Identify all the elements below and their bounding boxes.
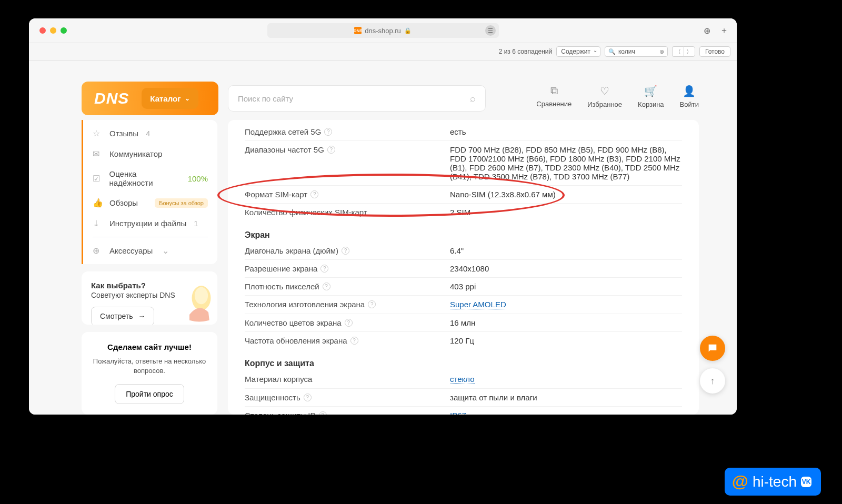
- close-icon[interactable]: [39, 27, 46, 34]
- help-icon[interactable]: ?: [345, 319, 353, 327]
- cart-link[interactable]: 🛒Корзина: [638, 85, 664, 108]
- spec-row: Формат SIM-карт?Nano-SIM (12.3x8.8x0.67 …: [245, 185, 682, 203]
- help-icon[interactable]: ?: [350, 337, 358, 345]
- download-icon: ⤓: [93, 218, 102, 228]
- spec-value: 2 SIM: [450, 208, 682, 217]
- favorites-link[interactable]: ♡Избранное: [587, 85, 622, 108]
- svg-point-1: [195, 287, 208, 304]
- survey-card: Сделаем сайт лучше! Пожалуйста, ответьте…: [82, 332, 217, 415]
- spec-row: Плотность пикселей?403 ppi: [245, 277, 682, 295]
- chat-icon: ✉: [93, 149, 102, 159]
- spec-value: 6.4": [450, 246, 682, 255]
- promo-card: Как выбрать? Советуют эксперты DNS Смотр…: [82, 271, 217, 325]
- address-domain: dns-shop.ru: [365, 27, 401, 35]
- compare-link[interactable]: ⧉Сравнение: [536, 85, 572, 108]
- compare-label: Сравнение: [536, 100, 572, 108]
- find-count: 2 из 6 совпадений: [499, 48, 553, 55]
- search-icon[interactable]: ⌕: [470, 93, 476, 104]
- find-prev-button[interactable]: 〈: [672, 46, 684, 57]
- chevron-down-icon: ⌄: [185, 95, 190, 102]
- survey-button[interactable]: Пройти опрос: [115, 384, 184, 404]
- minimize-icon[interactable]: [50, 27, 56, 34]
- sidebar-item-label: Отзывы: [109, 129, 138, 138]
- spec-row: Материал корпусастекло: [245, 370, 682, 388]
- clear-icon[interactable]: ⊗: [659, 48, 664, 55]
- spec-row: Технология изготовления экрана?Super AMO…: [245, 295, 682, 314]
- find-mode-select[interactable]: Содержит: [556, 46, 600, 57]
- arrow-right-icon: →: [138, 312, 145, 320]
- spec-value: защита от пыли и влаги: [450, 393, 682, 402]
- help-icon[interactable]: ?: [310, 190, 318, 198]
- site-logo[interactable]: DNS: [82, 89, 142, 107]
- at-icon: @: [732, 472, 748, 491]
- cart-icon: 🛒: [644, 85, 657, 97]
- bonus-badge: Бонусы за обзор: [155, 198, 208, 208]
- sidebar: ☆ Отзывы 4 ✉ Коммуникатор ☑ Оценка надёж…: [82, 120, 217, 415]
- spec-label: Защищенность?: [245, 393, 450, 402]
- sidebar-item-files[interactable]: ⤓ Инструкции и файлы 1: [83, 213, 217, 234]
- help-icon[interactable]: ?: [319, 411, 327, 415]
- fullscreen-icon[interactable]: [61, 27, 67, 34]
- find-input[interactable]: 🔍 колич ⊗: [605, 46, 668, 57]
- help-icon[interactable]: ?: [327, 146, 335, 154]
- heart-icon: ♡: [600, 85, 609, 97]
- find-next-button[interactable]: 〉: [684, 46, 695, 57]
- divider: [93, 237, 208, 237]
- lock-icon: 🔒: [404, 27, 412, 34]
- bulb-hand-illustration: [175, 277, 217, 324]
- spec-label: Количество физических SIM-карт: [245, 208, 450, 217]
- star-icon: ☆: [93, 128, 102, 138]
- new-tab-icon[interactable]: ＋: [720, 25, 728, 36]
- sidebar-item-reviews2[interactable]: 👍 Обзоры Бонусы за обзор: [83, 193, 217, 213]
- sidebar-item-label: Аксессуары: [109, 246, 153, 255]
- sidebar-item-label: Инструкции и файлы: [109, 219, 186, 228]
- help-icon[interactable]: ?: [368, 300, 376, 308]
- sidebar-item-accessories[interactable]: ⊕ Аксессуары ⌄: [83, 240, 217, 261]
- spec-label: Частота обновления экрана?: [245, 336, 450, 345]
- spec-value-link[interactable]: IP67: [450, 411, 466, 415]
- sidebar-item-label: Обзоры: [109, 198, 138, 207]
- address-bar[interactable]: DNS dns-shop.ru 🔒 ☰: [267, 23, 499, 38]
- help-icon[interactable]: ?: [323, 283, 330, 290]
- spec-value: 2340x1080: [450, 264, 682, 273]
- spec-label: Степень защиты IP?: [245, 411, 450, 415]
- spec-row: Степень защиты IP?IP67: [245, 406, 682, 415]
- spec-label: Технология изготовления экрана?: [245, 300, 450, 309]
- sidebar-item-reviews[interactable]: ☆ Отзывы 4: [83, 123, 217, 144]
- sidebar-item-label: Оценка надёжности: [109, 169, 180, 187]
- spec-row: Разрешение экрана?2340x1080: [245, 259, 682, 277]
- sidebar-nav: ☆ Отзывы 4 ✉ Коммуникатор ☑ Оценка надёж…: [82, 120, 217, 264]
- spec-pane: Поддержка сетей 5G?естьДиапазоны частот …: [228, 120, 699, 415]
- sidebar-item-communicator[interactable]: ✉ Коммуникатор: [83, 144, 217, 164]
- scroll-top-button[interactable]: ↑: [700, 368, 725, 394]
- login-link[interactable]: 👤Войти: [680, 85, 699, 108]
- spec-row: Количество цветов экрана?16 млн: [245, 314, 682, 331]
- help-icon[interactable]: ?: [320, 265, 328, 273]
- downloads-icon[interactable]: ⊕: [704, 26, 710, 36]
- catalog-button[interactable]: Каталог ⌄: [142, 88, 198, 109]
- help-icon[interactable]: ?: [324, 128, 332, 136]
- spec-value-link[interactable]: Super AMOLED: [450, 300, 506, 309]
- find-bar: 2 из 6 совпадений Содержит 🔍 колич ⊗ 〈 〉…: [29, 43, 737, 61]
- user-icon: 👤: [683, 85, 696, 97]
- help-icon[interactable]: ?: [304, 394, 312, 401]
- plus-icon: ⊕: [93, 246, 102, 256]
- find-done-button[interactable]: Готово: [699, 46, 730, 57]
- browser-chrome: DNS dns-shop.ru 🔒 ☰ ⊕ ＋: [29, 18, 737, 43]
- spec-value-link[interactable]: стекло: [450, 375, 475, 384]
- thumb-icon: 👍: [93, 198, 102, 208]
- spec-label: Поддержка сетей 5G?: [245, 127, 450, 136]
- favorites-label: Избранное: [587, 100, 622, 108]
- spec-label: Формат SIM-карт?: [245, 190, 450, 199]
- browser-window: DNS dns-shop.ru 🔒 ☰ ⊕ ＋ 2 из 6 совпадени…: [29, 18, 737, 415]
- site-header: DNS Каталог ⌄ Поиск по сайту ⌕ ⧉Сравнени…: [29, 61, 737, 120]
- find-query: колич: [618, 48, 635, 55]
- survey-title: Сделаем сайт лучше!: [91, 342, 208, 351]
- sidebar-item-reliability[interactable]: ☑ Оценка надёжности 100%: [83, 164, 217, 193]
- help-icon[interactable]: ?: [342, 247, 349, 255]
- chat-button[interactable]: [700, 336, 725, 361]
- spec-value: есть: [450, 127, 682, 136]
- search-input[interactable]: Поиск по сайту ⌕: [228, 85, 486, 112]
- reader-icon[interactable]: ☰: [485, 25, 496, 36]
- promo-button[interactable]: Смотреть →: [91, 307, 154, 325]
